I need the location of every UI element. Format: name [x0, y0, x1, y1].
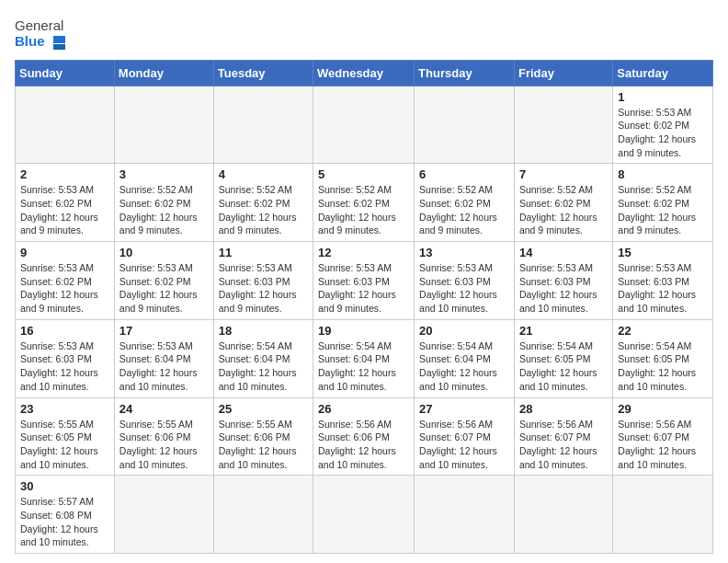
calendar-cell — [114, 476, 213, 554]
calendar-cell: 10Sunrise: 5:53 AMSunset: 6:02 PMDayligh… — [114, 242, 213, 320]
calendar-cell: 9Sunrise: 5:53 AMSunset: 6:02 PMDaylight… — [16, 242, 115, 320]
calendar-cell: 5Sunrise: 5:52 AMSunset: 6:02 PMDaylight… — [313, 164, 415, 242]
calendar-cell — [415, 86, 515, 164]
day-info: Sunrise: 5:52 AMSunset: 6:02 PMDaylight:… — [318, 183, 409, 237]
day-info: Sunrise: 5:53 AMSunset: 6:03 PMDaylight:… — [519, 261, 608, 316]
day-info: Sunrise: 5:56 AMSunset: 6:06 PMDaylight:… — [318, 418, 409, 472]
day-number: 26 — [318, 402, 409, 416]
logo-triangle-icon — [49, 34, 65, 51]
calendar-cell — [613, 476, 713, 554]
day-info: Sunrise: 5:56 AMSunset: 6:07 PMDaylight:… — [519, 418, 608, 472]
calendar-cell — [514, 476, 612, 554]
day-number: 24 — [119, 402, 209, 416]
day-info: Sunrise: 5:52 AMSunset: 6:02 PMDaylight:… — [219, 183, 308, 237]
day-info: Sunrise: 5:55 AMSunset: 6:06 PMDaylight:… — [119, 418, 209, 472]
week-row-5: 23Sunrise: 5:55 AMSunset: 6:05 PMDayligh… — [16, 397, 713, 476]
day-info: Sunrise: 5:53 AMSunset: 6:03 PMDaylight:… — [419, 261, 509, 316]
calendar-cell: 15Sunrise: 5:53 AMSunset: 6:03 PMDayligh… — [613, 242, 713, 320]
day-info: Sunrise: 5:54 AMSunset: 6:04 PMDaylight:… — [219, 339, 308, 394]
calendar-cell — [313, 476, 415, 554]
day-number: 20 — [419, 324, 509, 338]
calendar-cell: 14Sunrise: 5:53 AMSunset: 6:03 PMDayligh… — [514, 242, 612, 320]
day-info: Sunrise: 5:52 AMSunset: 6:02 PMDaylight:… — [119, 183, 209, 237]
calendar-cell: 30Sunrise: 5:57 AMSunset: 6:08 PMDayligh… — [16, 476, 115, 554]
week-row-4: 16Sunrise: 5:53 AMSunset: 6:03 PMDayligh… — [16, 319, 713, 397]
weekday-header-saturday: Saturday — [613, 60, 713, 86]
day-number: 18 — [219, 324, 308, 338]
calendar-cell — [213, 86, 313, 164]
calendar-cell: 13Sunrise: 5:53 AMSunset: 6:03 PMDayligh… — [415, 242, 515, 320]
calendar: SundayMondayTuesdayWednesdayThursdayFrid… — [15, 60, 713, 555]
day-info: Sunrise: 5:56 AMSunset: 6:07 PMDaylight:… — [618, 418, 708, 472]
day-number: 21 — [519, 324, 608, 338]
calendar-cell: 21Sunrise: 5:54 AMSunset: 6:05 PMDayligh… — [514, 319, 612, 397]
day-number: 11 — [219, 246, 308, 259]
calendar-cell: 7Sunrise: 5:52 AMSunset: 6:02 PMDaylight… — [514, 164, 612, 242]
calendar-cell: 26Sunrise: 5:56 AMSunset: 6:06 PMDayligh… — [313, 397, 415, 476]
calendar-cell: 11Sunrise: 5:53 AMSunset: 6:03 PMDayligh… — [213, 242, 313, 320]
calendar-cell: 2Sunrise: 5:53 AMSunset: 6:02 PMDaylight… — [16, 164, 115, 242]
calendar-cell: 17Sunrise: 5:53 AMSunset: 6:04 PMDayligh… — [114, 319, 213, 397]
logo: General Blue — [15, 15, 65, 51]
day-info: Sunrise: 5:53 AMSunset: 6:03 PMDaylight:… — [219, 261, 308, 316]
day-number: 29 — [618, 402, 708, 416]
day-info: Sunrise: 5:54 AMSunset: 6:04 PMDaylight:… — [419, 339, 509, 394]
day-info: Sunrise: 5:54 AMSunset: 6:05 PMDaylight:… — [519, 339, 608, 394]
calendar-cell: 19Sunrise: 5:54 AMSunset: 6:04 PMDayligh… — [313, 319, 415, 397]
day-number: 7 — [519, 167, 608, 181]
day-number: 25 — [219, 402, 308, 416]
calendar-cell: 23Sunrise: 5:55 AMSunset: 6:05 PMDayligh… — [16, 397, 115, 476]
day-number: 1 — [618, 90, 708, 104]
day-number: 19 — [318, 324, 409, 338]
calendar-cell — [313, 86, 415, 164]
week-row-6: 30Sunrise: 5:57 AMSunset: 6:08 PMDayligh… — [16, 476, 713, 554]
calendar-cell: 22Sunrise: 5:54 AMSunset: 6:05 PMDayligh… — [613, 319, 713, 397]
calendar-cell: 24Sunrise: 5:55 AMSunset: 6:06 PMDayligh… — [114, 397, 213, 476]
weekday-header-row: SundayMondayTuesdayWednesdayThursdayFrid… — [16, 60, 713, 86]
calendar-cell: 3Sunrise: 5:52 AMSunset: 6:02 PMDaylight… — [114, 164, 213, 242]
calendar-cell: 1Sunrise: 5:53 AMSunset: 6:02 PMDaylight… — [613, 86, 713, 164]
calendar-cell: 4Sunrise: 5:52 AMSunset: 6:02 PMDaylight… — [213, 164, 313, 242]
week-row-3: 9Sunrise: 5:53 AMSunset: 6:02 PMDaylight… — [16, 242, 713, 320]
day-info: Sunrise: 5:53 AMSunset: 6:04 PMDaylight:… — [119, 339, 209, 394]
calendar-cell: 8Sunrise: 5:52 AMSunset: 6:02 PMDaylight… — [613, 164, 713, 242]
calendar-cell: 28Sunrise: 5:56 AMSunset: 6:07 PMDayligh… — [514, 397, 612, 476]
day-info: Sunrise: 5:53 AMSunset: 6:02 PMDaylight:… — [119, 261, 209, 316]
svg-marker-0 — [53, 36, 65, 43]
calendar-cell: 29Sunrise: 5:56 AMSunset: 6:07 PMDayligh… — [613, 397, 713, 476]
weekday-header-wednesday: Wednesday — [313, 60, 415, 86]
logo-line1: General — [15, 18, 63, 34]
svg-marker-1 — [53, 44, 65, 50]
calendar-cell: 6Sunrise: 5:52 AMSunset: 6:02 PMDaylight… — [415, 164, 515, 242]
calendar-cell — [16, 86, 115, 164]
calendar-cell: 16Sunrise: 5:53 AMSunset: 6:03 PMDayligh… — [16, 319, 115, 397]
day-number: 13 — [419, 246, 509, 259]
calendar-cell: 27Sunrise: 5:56 AMSunset: 6:07 PMDayligh… — [415, 397, 515, 476]
day-info: Sunrise: 5:53 AMSunset: 6:03 PMDaylight:… — [318, 261, 409, 316]
calendar-cell — [415, 476, 515, 554]
logo-wrapper: General Blue — [15, 18, 65, 51]
calendar-cell: 12Sunrise: 5:53 AMSunset: 6:03 PMDayligh… — [313, 242, 415, 320]
day-info: Sunrise: 5:56 AMSunset: 6:07 PMDaylight:… — [419, 418, 509, 472]
day-number: 8 — [618, 167, 708, 181]
day-info: Sunrise: 5:54 AMSunset: 6:05 PMDaylight:… — [618, 339, 708, 394]
weekday-header-friday: Friday — [514, 60, 612, 86]
day-number: 5 — [318, 167, 409, 181]
day-number: 3 — [119, 167, 209, 181]
logo-line2: Blue — [15, 34, 65, 51]
day-info: Sunrise: 5:55 AMSunset: 6:05 PMDaylight:… — [20, 418, 109, 472]
day-info: Sunrise: 5:54 AMSunset: 6:04 PMDaylight:… — [318, 339, 409, 394]
weekday-header-monday: Monday — [114, 60, 213, 86]
day-info: Sunrise: 5:53 AMSunset: 6:02 PMDaylight:… — [20, 183, 109, 237]
calendar-cell: 20Sunrise: 5:54 AMSunset: 6:04 PMDayligh… — [415, 319, 515, 397]
day-number: 9 — [20, 246, 109, 259]
day-number: 12 — [318, 246, 409, 259]
weekday-header-tuesday: Tuesday — [213, 60, 313, 86]
day-number: 2 — [20, 167, 109, 181]
header: General Blue — [15, 15, 713, 51]
day-number: 22 — [618, 324, 708, 338]
calendar-cell — [114, 86, 213, 164]
day-number: 16 — [20, 324, 109, 338]
day-info: Sunrise: 5:53 AMSunset: 6:02 PMDaylight:… — [618, 106, 708, 160]
day-info: Sunrise: 5:52 AMSunset: 6:02 PMDaylight:… — [419, 183, 509, 237]
